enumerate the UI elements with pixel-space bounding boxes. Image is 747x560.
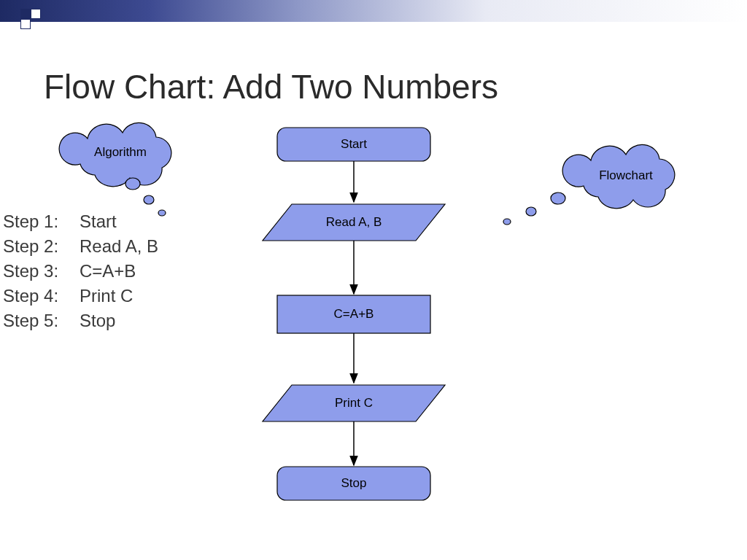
flow-node-label: Read A, B [326,215,382,229]
flow-node-label: C=A+B [334,307,374,321]
cloud-flowchart-label: Flowchart [599,168,653,182]
step-label: Step 5: [3,311,80,331]
list-item: Step 3: C=A+B [3,261,158,281]
slide-top-gradient [0,0,747,22]
list-item: Step 4: Print C [3,286,158,306]
step-text: Stop [80,311,115,331]
thought-bubble-icon [125,178,140,190]
list-item: Step 5: Stop [3,311,158,331]
cloud-algorithm-label: Algorithm [94,145,147,159]
cloud-flowchart: Flowchart [562,146,697,218]
thought-bubble-icon [144,195,154,204]
slide-title: Flow Chart: Add Two Numbers [44,67,498,106]
flow-node-label: Print C [335,396,373,410]
step-label: Step 1: [3,211,80,232]
algorithm-steps-list: Step 1: Start Step 2: Read A, B Step 3: … [3,211,158,335]
step-text: Read A, B [80,236,158,257]
step-text: Start [80,211,117,232]
slide-bullet-icon [20,9,41,29]
flow-node-label: Start [341,137,367,151]
flowchart-diagram: Start Read A, B C=A+B Print C Stop [255,120,533,551]
step-label: Step 2: [3,236,80,257]
thought-bubble-icon [158,210,166,216]
list-item: Step 1: Start [3,211,158,232]
step-label: Step 4: [3,286,80,306]
thought-bubble-icon [551,192,565,204]
flow-node-label: Stop [341,476,367,490]
step-text: Print C [80,286,133,306]
step-label: Step 3: [3,261,80,281]
list-item: Step 2: Read A, B [3,236,158,257]
cloud-algorithm: Algorithm [58,124,190,196]
step-text: C=A+B [80,261,136,281]
